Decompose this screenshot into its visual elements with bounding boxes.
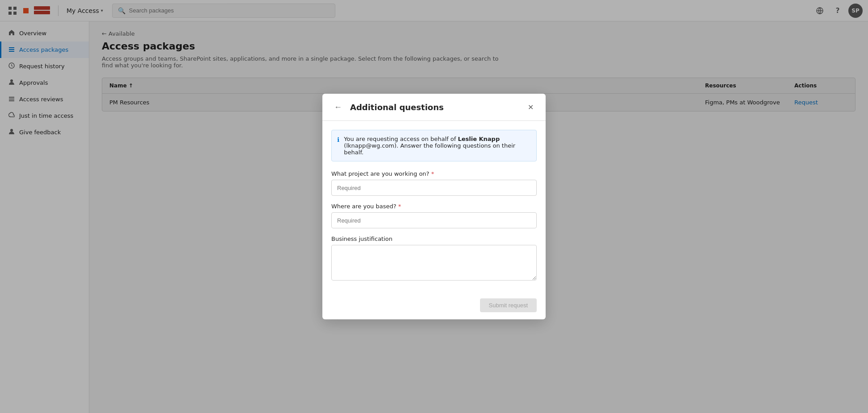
modal-overlay[interactable]: ← Additional questions ✕ ℹ You are reque… <box>0 0 868 413</box>
modal-back-button[interactable]: ← <box>331 102 345 113</box>
question2-group: Where are you based? * <box>331 203 537 235</box>
info-prefix: You are requesting access on behalf of <box>344 136 458 142</box>
question2-input[interactable] <box>331 212 537 228</box>
info-banner-text: You are requesting access on behalf of L… <box>344 136 531 156</box>
question1-label: What project are you working on? * <box>331 170 537 177</box>
question1-group: What project are you working on? * <box>331 170 537 203</box>
question3-label: Business justification <box>331 235 537 242</box>
modal-title: Additional questions <box>350 103 519 112</box>
required-star-1: * <box>431 170 434 177</box>
submit-request-button[interactable]: Submit request <box>480 298 537 312</box>
required-star-2: * <box>398 203 401 210</box>
info-icon: ℹ <box>337 136 339 156</box>
question2-label: Where are you based? * <box>331 203 537 210</box>
modal-body: ℹ You are requesting access on behalf of… <box>322 121 546 291</box>
info-banner: ℹ You are requesting access on behalf of… <box>331 130 537 161</box>
modal-header: ← Additional questions ✕ <box>322 94 546 121</box>
additional-questions-modal: ← Additional questions ✕ ℹ You are reque… <box>322 94 546 319</box>
question1-input[interactable] <box>331 180 537 196</box>
business-justification-input[interactable] <box>331 245 537 281</box>
question3-group: Business justification <box>331 235 537 282</box>
info-user-name: Leslie Knapp <box>458 136 500 142</box>
modal-close-button[interactable]: ✕ <box>524 101 537 113</box>
modal-footer: Submit request <box>322 291 546 319</box>
info-user-email: (lknapp@wg.com). <box>344 142 398 149</box>
